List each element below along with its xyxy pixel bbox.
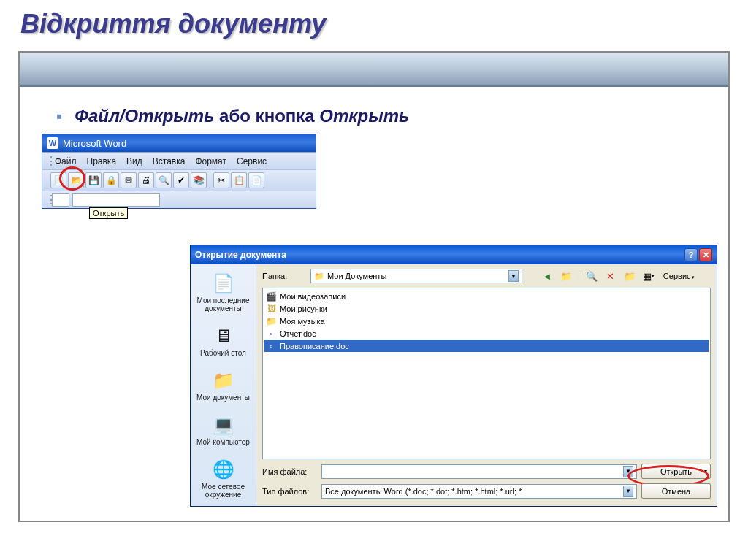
research-button[interactable]: 📚 — [191, 172, 207, 188]
filetype-dropdown[interactable]: Все документы Word (*.doc; *.dot; *.htm;… — [321, 484, 637, 499]
slide-title: Відкриття документу — [0, 0, 748, 45]
cut-button[interactable]: ✂ — [213, 172, 229, 188]
folder-icon: 📁 — [266, 315, 277, 326]
delete-button[interactable]: ✕ — [603, 269, 618, 283]
dialog-toolbar: Папка: 📁 Мои Документы ▼ ◄ 📁 | 🔍 ✕ 📁 ▦▾ … — [256, 264, 717, 288]
place-label: Мои последние документы — [192, 296, 254, 312]
dialog-titlebar: Открытие документа ? ✕ — [191, 245, 717, 264]
folder-dropdown[interactable]: 📁 Мои Документы ▼ — [310, 269, 522, 283]
menu-insert[interactable]: Вставка — [148, 155, 190, 168]
places-bar: 📄 Мои последние документы 🖥 Рабочий стол… — [191, 264, 256, 506]
spelling-button[interactable]: ✔ — [173, 172, 189, 188]
split-arrow-icon[interactable]: ▾ — [701, 465, 709, 477]
folder-icon: 🎬 — [266, 291, 277, 302]
open-action-button[interactable]: Открыть ▾ — [641, 464, 711, 479]
gripper-icon: ⋮ — [45, 154, 49, 168]
open-button-label: Открыть — [660, 467, 692, 476]
file-label: Правописание.doc — [280, 342, 349, 350]
place-label: Мое сетевое окружение — [192, 483, 254, 499]
recent-icon: 📄 — [212, 272, 235, 295]
dialog-help-button[interactable]: ? — [684, 248, 698, 261]
dialog-title: Открытие документа — [195, 250, 286, 260]
instruction-italic: Открыть — [319, 106, 409, 126]
copy-button[interactable]: 📋 — [231, 172, 247, 188]
word-toolbar: ⋮ 📄 📂 💾 🔒 ✉ 🖨 🔍 ✔ 📚 ✂ 📋 📄 — [42, 169, 316, 191]
word-icon: W — [47, 137, 58, 149]
views-button[interactable]: ▦▾ — [641, 269, 656, 283]
place-mycomp[interactable]: 💻 Мой компьютер — [192, 410, 254, 449]
place-mydocs[interactable]: 📁 Мои документы — [192, 366, 254, 404]
file-label: Моя музыка — [280, 317, 325, 326]
file-label: Мои видеозаписи — [280, 292, 346, 301]
dialog-bottom: Имя файла: ▼ Открыть ▾ Тип файлов: — [256, 459, 717, 506]
menu-format[interactable]: Формат — [191, 155, 231, 168]
filename-label: Имя файла: — [262, 467, 317, 476]
mydocs-icon: 📁 — [212, 369, 235, 392]
word-menubar: ⋮ Файл Правка Вид Вставка Формат Сервис — [42, 152, 316, 169]
menu-file[interactable]: Файл — [50, 155, 81, 168]
open-dialog: Открытие документа ? ✕ 📄 Мои последние д… — [190, 245, 717, 507]
gripper-icon: ⋮ — [45, 193, 49, 207]
back-button[interactable]: ◄ — [540, 269, 554, 283]
chevron-down-icon: ▼ — [623, 466, 633, 477]
word-window: W Microsoft Word ⋮ Файл Правка Вид Встав… — [42, 134, 316, 209]
filename-input[interactable]: ▼ — [321, 464, 637, 479]
print-button[interactable]: 🖨 — [138, 172, 154, 188]
permission-button[interactable]: 🔒 — [103, 172, 119, 188]
word-formatbar: ⋮ — [42, 191, 316, 208]
paste-button[interactable]: 📄 — [248, 172, 264, 188]
header-band — [20, 53, 728, 87]
open-tooltip: Открыть — [89, 207, 128, 219]
file-item-spelling[interactable]: ▫ Правописание.doc — [264, 340, 709, 352]
cancel-button-label: Отмена — [662, 487, 690, 496]
folder-icon: 📁 — [314, 272, 324, 281]
desktop-icon: 🖥 — [212, 324, 235, 348]
mail-button[interactable]: ✉ — [121, 172, 137, 188]
save-button[interactable]: 💾 — [85, 172, 102, 188]
network-icon: 🌐 — [212, 458, 235, 481]
menu-view[interactable]: Вид — [122, 155, 147, 168]
service-menu[interactable]: Сервис ▾ — [660, 272, 698, 280]
folder-label: Папка: — [262, 272, 306, 280]
new-folder-button[interactable]: 📁 — [622, 269, 637, 283]
filetype-label: Тип файлов: — [262, 487, 317, 496]
folder-value: Мои Документы — [327, 272, 386, 280]
instruction-label: або кнопка — [214, 106, 319, 126]
place-desktop[interactable]: 🖥 Рабочий стол — [192, 321, 254, 360]
file-label: Мои рисунки — [280, 304, 327, 313]
open-button[interactable]: 📂 — [68, 172, 84, 188]
place-label: Мой компьютер — [196, 438, 250, 446]
menu-tools[interactable]: Сервис — [232, 155, 271, 168]
dialog-close-button[interactable]: ✕ — [699, 248, 712, 261]
style-selector[interactable] — [52, 193, 69, 207]
place-network[interactable]: 🌐 Мое сетевое окружение — [192, 455, 254, 502]
place-label: Мои документы — [196, 394, 250, 402]
cancel-action-button[interactable]: Отмена — [641, 483, 711, 499]
file-item-music[interactable]: 📁 Моя музыка — [264, 315, 709, 327]
preview-button[interactable]: 🔍 — [156, 172, 172, 188]
new-doc-button[interactable]: 📄 — [50, 172, 66, 188]
bullet-icon: ▪ — [56, 106, 63, 126]
chevron-down-icon: ▼ — [508, 270, 519, 282]
file-list[interactable]: 🎬 Мои видеозаписи 🖼 Мои рисунки 📁 Моя му… — [262, 288, 711, 459]
font-selector[interactable] — [72, 193, 160, 207]
doc-icon: ▫ — [266, 328, 277, 339]
gripper-icon: ⋮ — [45, 174, 49, 188]
file-item-report[interactable]: ▫ Отчет.doc — [264, 327, 709, 340]
folder-icon: 🖼 — [266, 303, 277, 314]
separator — [210, 173, 210, 188]
up-button[interactable]: 📁 — [559, 269, 573, 283]
chevron-down-icon: ▼ — [623, 486, 633, 497]
instruction-strong: Файл/Открыть — [75, 106, 214, 126]
doc-icon: ▫ — [266, 340, 277, 351]
word-app-title: Microsoft Word — [63, 138, 126, 149]
place-recent[interactable]: 📄 Мои последние документы — [192, 269, 254, 315]
menu-edit[interactable]: Правка — [83, 155, 121, 168]
filetype-value: Все документы Word (*.doc; *.dot; *.htm;… — [325, 487, 522, 496]
file-item-videos[interactable]: 🎬 Мои видеозаписи — [264, 290, 709, 302]
mycomp-icon: 💻 — [212, 413, 235, 437]
instruction-text: ▪ Файл/Открыть або кнопка Открыть — [42, 101, 706, 134]
file-item-pictures[interactable]: 🖼 Мои рисунки — [264, 302, 709, 315]
search-button[interactable]: 🔍 — [584, 269, 599, 283]
file-label: Отчет.doc — [280, 329, 316, 338]
